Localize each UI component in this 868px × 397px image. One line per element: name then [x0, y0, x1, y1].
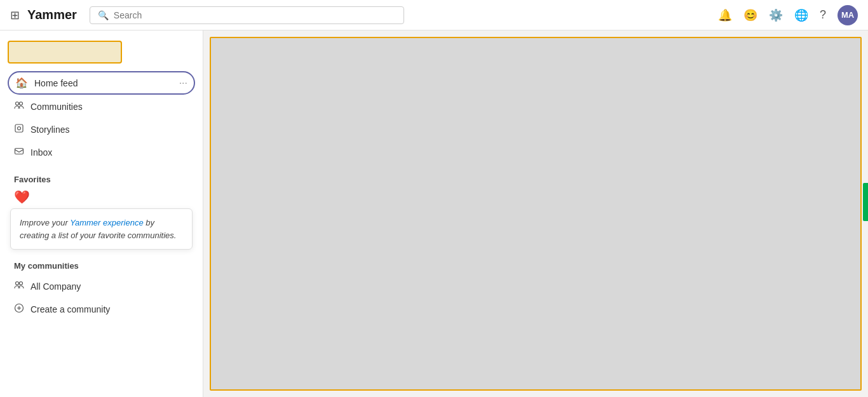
favorites-tooltip-content: Improve your Yammer experience by creati…: [20, 218, 176, 240]
favorites-heart-icon: ❤️: [14, 189, 195, 205]
green-bar: [863, 183, 868, 221]
svg-rect-4: [15, 149, 24, 154]
sidebar-item-all-company[interactable]: All Company: [8, 276, 195, 297]
sidebar-item-create-community[interactable]: Create a community: [8, 299, 195, 320]
topnav: ⊞ Yammer 🔍 🔔 😊 ⚙️ 🌐 ? MA: [0, 0, 868, 30]
all-company-label: All Company: [31, 281, 81, 292]
create-community-icon: [14, 303, 24, 316]
communities-icon: [14, 100, 24, 113]
emoji-icon[interactable]: 😊: [743, 8, 757, 22]
app-logo: Yammer: [27, 8, 77, 22]
topnav-icons: 🔔 😊 ⚙️ 🌐 ? MA: [718, 5, 858, 25]
svg-point-5: [16, 282, 19, 285]
home-icon: 🏠: [15, 77, 28, 89]
svg-point-0: [16, 102, 19, 105]
sidebar: 🏠 Home feed ··· Communities: [0, 30, 203, 397]
layout: 🏠 Home feed ··· Communities: [0, 30, 868, 397]
sidebar-item-home-feed[interactable]: 🏠 Home feed ···: [8, 71, 195, 95]
notifications-icon[interactable]: 🔔: [718, 8, 732, 22]
avatar[interactable]: MA: [837, 5, 858, 25]
storylines-icon: [14, 123, 24, 136]
svg-point-3: [18, 127, 21, 130]
home-feed-more-button[interactable]: ···: [179, 77, 187, 89]
sidebar-item-label-communities: Communities: [31, 102, 83, 112]
main-content: [203, 30, 868, 397]
help-icon[interactable]: ?: [820, 8, 826, 22]
search-input[interactable]: [114, 10, 397, 20]
globe-icon[interactable]: 🌐: [794, 8, 808, 22]
my-communities-title: My communities: [14, 261, 195, 271]
settings-icon[interactable]: ⚙️: [769, 8, 783, 22]
search-icon: 🔍: [98, 10, 109, 20]
sidebar-item-label-inbox: Inbox: [31, 147, 52, 158]
create-community-label: Create a community: [31, 304, 110, 314]
sidebar-item-label-home: Home feed: [34, 78, 78, 88]
yammer-link[interactable]: Yammer experience: [70, 218, 143, 227]
favorites-tooltip-text: Improve your Yammer experience by creati…: [20, 217, 183, 241]
svg-rect-2: [15, 124, 23, 132]
sidebar-highlight-box: [8, 41, 122, 64]
search-box[interactable]: 🔍: [90, 6, 405, 24]
sidebar-item-communities[interactable]: Communities: [8, 96, 195, 118]
svg-point-6: [20, 282, 23, 285]
sidebar-item-label-storylines: Storylines: [31, 124, 69, 135]
inbox-icon: [14, 146, 24, 159]
sidebar-item-inbox[interactable]: Inbox: [8, 142, 195, 163]
favorites-title: Favorites: [14, 175, 195, 184]
all-company-icon: [14, 280, 24, 293]
main-placeholder: [210, 37, 862, 391]
svg-point-1: [20, 102, 23, 105]
grid-icon[interactable]: ⊞: [10, 8, 20, 22]
favorites-tooltip: Improve your Yammer experience by creati…: [10, 208, 193, 250]
sidebar-item-storylines[interactable]: Storylines: [8, 119, 195, 140]
